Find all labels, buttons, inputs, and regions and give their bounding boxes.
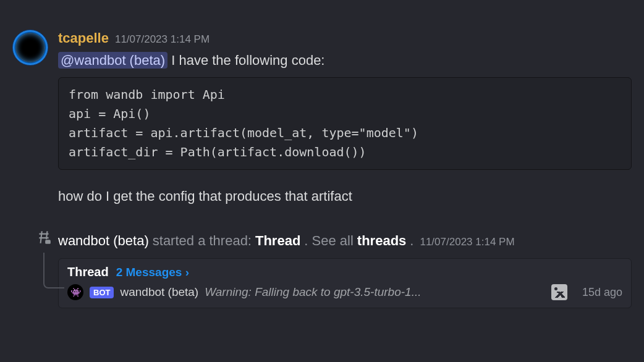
thread-spine [43, 253, 64, 288]
image-attachment-icon [551, 284, 567, 300]
thread-card[interactable]: Thread 2 Messages 👾 BOT wandbot (beta) W… [58, 258, 632, 308]
snippet-author: wandbot (beta) [120, 285, 198, 299]
code-block: from wandb import Api api = Api() artifa… [58, 77, 632, 170]
thread-name[interactable]: Thread [255, 232, 300, 251]
threads-link[interactable]: threads [357, 232, 406, 251]
user-mention[interactable]: @wandbot (beta) [58, 52, 167, 69]
snippet-text: Warning: Falling back to gpt-3.5-turbo-1… [205, 285, 541, 299]
thread-notice-mid: . [410, 232, 413, 251]
message-header: tcapelle 11/07/2023 1:14 PM [58, 30, 632, 48]
bot-tag: BOT [90, 287, 114, 298]
message-body: tcapelle 11/07/2023 1:14 PM @wandbot (be… [58, 30, 632, 204]
message: tcapelle 11/07/2023 1:14 PM @wandbot (be… [0, 25, 644, 204]
author-name[interactable]: tcapelle [58, 30, 109, 48]
message-text-followup: how do I get the config that produces th… [58, 188, 632, 204]
message-text-fragment: I have the following code: [167, 53, 324, 68]
message-text: @wandbot (beta) I have the following cod… [58, 51, 632, 70]
thread-notice-text: wandbot (beta) started a thread: Thread.… [58, 232, 632, 251]
thread-actor[interactable]: wandbot (beta) [58, 232, 149, 251]
message-timestamp: 11/07/2023 1:14 PM [115, 33, 210, 46]
thread-notice-mid: started a thread: [153, 232, 252, 251]
thread-icon [36, 229, 52, 250]
thread-notice-timestamp: 11/07/2023 1:14 PM [420, 235, 514, 250]
thread-notice: wandbot (beta) started a thread: Thread.… [0, 219, 644, 308]
thread-card-title: Thread [67, 265, 109, 279]
thread-message-count[interactable]: 2 Messages [116, 266, 189, 279]
avatar[interactable] [12, 30, 48, 65]
svg-rect-1 [45, 240, 51, 245]
avatar: 👾 [67, 284, 83, 300]
thread-notice-body: wandbot (beta) started a thread: Thread.… [58, 232, 632, 308]
gutter [12, 232, 58, 308]
snippet-time: 15d ago [582, 286, 622, 299]
thread-card-snippet: 👾 BOT wandbot (beta) Warning: Falling ba… [67, 284, 622, 300]
thread-card-header: Thread 2 Messages [67, 265, 622, 279]
thread-notice-mid: . See all [304, 232, 354, 251]
